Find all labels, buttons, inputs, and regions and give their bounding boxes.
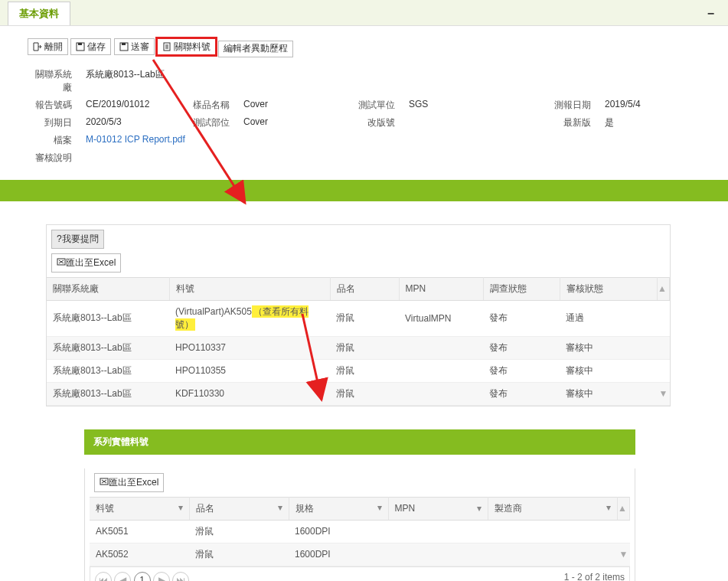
col-status[interactable]: 調查狀態 [483,277,560,300]
cell: 1600DPI [289,520,388,543]
p2-col-spec[interactable]: 規格▾ [289,497,388,520]
cell: 系統廠8013--Lab區 [47,300,169,336]
related-part-button[interactable]: 關聯料號 [157,38,216,55]
file-link[interactable]: M-01012 ICP Report.pdf [86,134,185,145]
lbl-latest: 最新版 [545,116,591,129]
history-button[interactable]: 編輯者異動歷程 [218,41,293,57]
cell: 審核中 [560,336,658,359]
cell: 滑鼠 [330,336,399,359]
cell [399,359,483,382]
excel-icon [57,257,66,269]
cell [488,543,618,566]
export-label-1: 匯出至Excel [66,256,116,269]
cell: KDF110330 [169,382,330,405]
page-summary: 1 - 2 of 2 items [564,572,625,582]
p2-col-mpn[interactable]: MPN▾ [388,497,488,520]
cell: 發布 [483,300,560,336]
export-excel-button-1[interactable]: 匯出至Excel [51,253,121,273]
excel-icon [100,477,109,488]
val-rev [409,116,531,129]
cell: 系統廠8013--Lab區 [47,336,169,359]
cell: HPO110355 [169,359,330,382]
lbl-reviewnote: 審核說明 [31,152,72,165]
cell: 通過 [560,300,658,336]
collapse-button[interactable]: − [707,7,714,21]
leave-button[interactable]: 離開 [28,38,68,55]
page-last[interactable]: ⏭ [172,572,189,582]
filter-icon[interactable]: ▾ [278,502,282,513]
val-sample: Cover [243,99,335,112]
val-reportno: CE/2019/01012 [86,99,170,112]
lbl-expire: 到期日 [31,116,72,129]
col-mpn[interactable]: MPN [399,277,483,300]
filter-icon[interactable]: ▾ [377,502,382,513]
svg-rect-1 [78,43,82,45]
submit-button[interactable]: 送審 [114,38,155,55]
page-current[interactable]: 1 [134,572,151,582]
cell: 滑鼠 [330,382,399,405]
lbl-reportno: 報告號碼 [31,99,72,112]
page-next[interactable]: ▶ [153,572,170,582]
col-name[interactable]: 品名 [330,277,399,300]
cell: 系統廠8013--Lab區 [47,382,169,405]
related-part-label: 關聯料號 [174,41,211,54]
page-prev[interactable]: ◀ [114,572,131,582]
cell: AK5052 [90,543,189,566]
p2-col-maker[interactable]: 製造商▾ [488,497,618,520]
filter-icon[interactable]: ▾ [178,502,183,513]
save-label: 儲存 [87,41,106,54]
scroll-down-icon[interactable]: ▼ [619,549,628,560]
cell [388,543,488,566]
cell: 滑鼠 [189,543,289,566]
p2-col-partno[interactable]: 料號▾ [90,497,189,520]
col-factory[interactable]: 關聯系統廠 [47,277,169,300]
scroll-down-icon[interactable]: ▼ [659,388,668,399]
cell [388,520,488,543]
p2-col-name[interactable]: 品名▾ [189,497,289,520]
col-partno[interactable]: 料號 [169,277,330,300]
svg-rect-3 [122,43,126,45]
scroll-up-icon[interactable]: ▲ [658,283,667,294]
scroll-up-icon[interactable]: ▲ [618,503,627,514]
cell: 滑鼠 [330,300,399,336]
val-testpart: Cover [243,116,335,129]
cell: 1600DPI [289,543,388,566]
lbl-relfactory: 關聯系統廠 [31,68,72,94]
panel2-title: 系列實體料號 [84,429,635,455]
cell [399,336,483,359]
col-review[interactable]: 審核狀態 [560,277,658,300]
section-separator [0,180,728,201]
ask-button[interactable]: ?我要提問 [51,230,104,249]
val-latest: 是 [605,116,658,129]
lbl-sample: 樣品名稱 [184,99,230,112]
filter-icon[interactable]: ▾ [606,502,611,513]
submit-icon [119,42,129,51]
lbl-file: 檔案 [31,134,72,147]
val-testunit: SGS [409,99,531,112]
submit-label: 送審 [131,41,149,54]
cell: HPO110337 [169,336,330,359]
lbl-testdate: 測報日期 [545,99,591,112]
cell: 發布 [483,336,560,359]
save-icon [76,42,85,51]
cell-partno: (VirtualPart)AK505 [175,306,252,317]
cell: 滑鼠 [330,359,399,382]
cell: 系統廠8013--Lab區 [47,359,169,382]
filter-icon[interactable]: ▾ [477,503,482,514]
doc-icon [162,42,171,51]
val-relfactory: 系統廠8013--Lab區 [86,68,170,94]
cell: 發布 [483,359,560,382]
lbl-testunit: 測試單位 [349,99,395,112]
exit-icon [33,42,42,51]
cell: 審核中 [560,382,658,405]
page-first[interactable]: ⏮ [95,572,112,582]
cell [399,382,483,405]
lbl-rev: 改版號 [349,116,395,129]
export-label-2: 匯出至Excel [109,476,158,489]
cell: VirtualMPN [399,300,483,336]
save-button[interactable]: 儲存 [70,38,111,55]
cell: 發布 [483,382,560,405]
val-testdate: 2019/5/4 [605,99,658,112]
export-excel-button-2[interactable]: 匯出至Excel [94,473,164,492]
tab-basic-info[interactable]: 基本資料 [8,2,70,25]
